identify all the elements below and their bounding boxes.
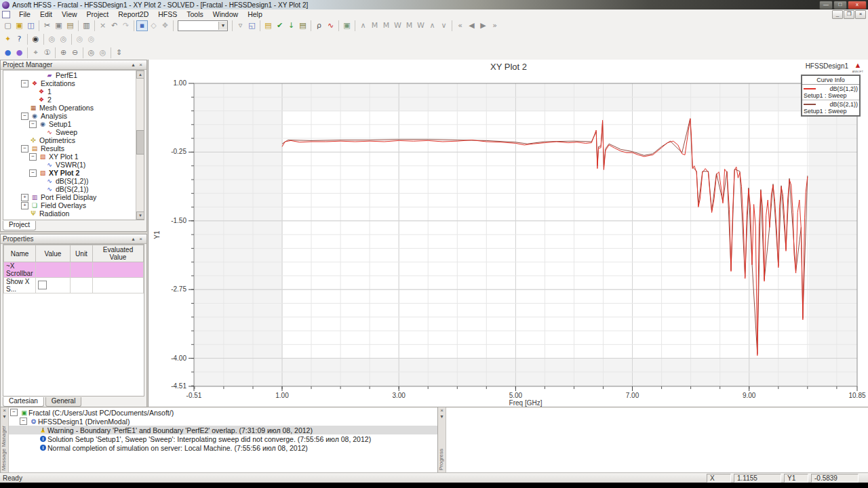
expand-node-icon[interactable]: +: [21, 202, 28, 209]
analyze-all-icon[interactable]: ✔: [274, 20, 285, 31]
collapse-node-icon[interactable]: −: [20, 418, 27, 425]
mdi-minimize-button[interactable]: _: [832, 10, 843, 19]
visibility-icon[interactable]: ◉: [30, 34, 41, 45]
prop-value[interactable]: [36, 262, 71, 278]
nav-last-icon[interactable]: »: [489, 20, 500, 31]
wave-6-icon[interactable]: W: [415, 20, 427, 31]
validate-icon[interactable]: ▤: [262, 20, 274, 31]
rotate-view-icon[interactable]: ⇕: [113, 47, 125, 58]
model-window-icon[interactable]: ◱: [246, 20, 258, 31]
close-panel-icon[interactable]: ×: [1, 407, 8, 413]
open-icon[interactable]: ▣: [14, 20, 25, 31]
tree-item-analysis[interactable]: −◉Analysis: [3, 112, 144, 120]
wave-7-icon[interactable]: ∧: [427, 20, 438, 31]
collapse-icon[interactable]: ▴: [130, 236, 137, 242]
show-all-icon[interactable]: ◎: [85, 34, 97, 45]
redo-icon[interactable]: ↷: [120, 20, 132, 31]
tree-item-xy-plot-1[interactable]: −▧XY Plot 1: [3, 152, 144, 161]
prop-value[interactable]: [36, 278, 71, 293]
collapse-node-icon[interactable]: −: [29, 121, 37, 128]
document-icon[interactable]: [2, 11, 10, 18]
nav-first-icon[interactable]: «: [454, 20, 466, 31]
message-item[interactable]: iNormal completion of simulation on serv…: [9, 443, 437, 452]
wave-8-icon[interactable]: ∨: [438, 20, 450, 31]
hide-all-icon[interactable]: ◎: [74, 34, 85, 45]
curve-info-legend[interactable]: Curve InfodB(S(1,2))Setup1 : SweepdB(S(2…: [801, 75, 861, 117]
collapse-node-icon[interactable]: −: [21, 113, 28, 120]
maximize-button[interactable]: □: [833, 1, 847, 9]
nav-prev-icon[interactable]: ◀: [466, 20, 477, 31]
tab-cartesian[interactable]: Cartesian: [3, 397, 44, 407]
wave-2-icon[interactable]: M: [369, 20, 380, 31]
collapse-icon[interactable]: ▴: [130, 62, 137, 68]
tree-item-1[interactable]: ❖1: [3, 87, 144, 96]
paste-icon[interactable]: ▤: [64, 20, 76, 31]
tree-item-excitations[interactable]: −❖Excitations: [3, 79, 144, 87]
hide-selection-icon[interactable]: ◎: [46, 34, 58, 45]
menu-window[interactable]: Window: [208, 10, 243, 18]
wave-1-icon[interactable]: ∧: [357, 20, 369, 31]
tree-item-field-overlays[interactable]: +❏Field Overlays: [3, 201, 144, 209]
menu-project[interactable]: Project: [82, 10, 114, 18]
mdi-restore-button[interactable]: ❐: [844, 10, 854, 19]
tree-item-results[interactable]: −▤Results: [3, 144, 144, 152]
nav-next-icon[interactable]: ▶: [477, 20, 489, 31]
chevron-down-icon[interactable]: ▼: [218, 22, 227, 30]
create-report-icon[interactable]: ∿: [325, 20, 336, 31]
scroll-down-icon[interactable]: ▼: [136, 211, 144, 220]
print-icon[interactable]: ▥: [81, 20, 92, 31]
submit-job-icon[interactable]: ↓: [285, 20, 297, 31]
show-selection-icon[interactable]: ◎: [58, 34, 69, 45]
wave-5-icon[interactable]: M: [403, 20, 415, 31]
show-x-scrollbar-checkbox[interactable]: [38, 281, 47, 289]
mdi-close-button[interactable]: ×: [855, 10, 866, 19]
tips-icon[interactable]: ✦: [2, 34, 14, 45]
close-panel-icon[interactable]: ×: [137, 236, 144, 242]
zoom-out-icon[interactable]: ⊖: [69, 47, 81, 58]
cut-icon[interactable]: ✂: [41, 20, 53, 31]
copy-icon[interactable]: ▣: [53, 20, 64, 31]
prop-row[interactable]: Show X S...: [4, 278, 144, 293]
new-icon[interactable]: ▢: [2, 20, 14, 31]
zoom-window-icon[interactable]: ◎: [85, 47, 97, 58]
pin-icon[interactable]: ▾: [438, 413, 446, 420]
context-help-icon[interactable]: ?: [14, 34, 25, 45]
select-object-icon[interactable]: ▪: [136, 20, 148, 31]
tree-item-xy-plot-2[interactable]: −▧XY Plot 2: [3, 169, 144, 177]
menu-file[interactable]: File: [14, 10, 35, 18]
pin-icon[interactable]: ▾: [1, 413, 8, 420]
message-design[interactable]: −❂HFSSDesign1 (DrivenModal): [9, 417, 437, 426]
render-solid-icon[interactable]: ●: [2, 47, 14, 58]
project-tree-scrollbar[interactable]: ▲ ▼: [136, 70, 144, 220]
menu-edit[interactable]: Edit: [35, 10, 57, 18]
collapse-node-icon[interactable]: −: [10, 409, 18, 416]
tree-item-optimetrics[interactable]: ✣Optimetrics: [3, 136, 144, 144]
toolbar-combobox[interactable]: ▼: [178, 20, 228, 31]
menu-help[interactable]: Help: [243, 10, 267, 18]
tree-item-radiation[interactable]: ΨRadiation: [3, 209, 144, 218]
tree-item-setup1[interactable]: −◉Setup1: [3, 120, 144, 128]
undo-icon[interactable]: ↶: [108, 20, 120, 31]
pan-icon[interactable]: ⌖: [30, 47, 41, 58]
tab-general[interactable]: General: [45, 397, 82, 407]
scroll-up-icon[interactable]: ▲: [136, 70, 144, 79]
close-panel-icon[interactable]: ×: [137, 62, 144, 68]
tree-item-db-s-1-2-[interactable]: ∿dB(S(1,2)): [3, 177, 144, 185]
collapse-node-icon[interactable]: −: [29, 169, 37, 177]
collapse-node-icon[interactable]: −: [21, 145, 28, 152]
menu-view[interactable]: View: [57, 10, 82, 18]
xy-plot-canvas[interactable]: -0.511.003.005.007.009.0010.851.00-0.25-…: [149, 60, 868, 407]
select-multi-icon[interactable]: ❖: [159, 20, 171, 31]
minimize-button[interactable]: —: [819, 1, 833, 9]
collapse-node-icon[interactable]: −: [29, 153, 37, 161]
message-item[interactable]: iSolution Setup 'Setup1', Sweep 'Sweep':…: [9, 434, 437, 443]
solution-data-icon[interactable]: ▤: [297, 20, 309, 31]
tree-item-port-field-display[interactable]: +▥Port Field Display: [3, 193, 144, 201]
zoom-in-icon[interactable]: ⊕: [58, 47, 69, 58]
menu-report2d[interactable]: Report2D: [113, 10, 153, 18]
wave-3-icon[interactable]: M: [380, 20, 392, 31]
tree-item-mesh-operations[interactable]: ▦Mesh Operations: [3, 104, 144, 112]
coordinate-system-icon[interactable]: ▿: [235, 20, 246, 31]
message-item[interactable]: ▲!Warning - Boundary 'PerfE1' and Bounda…: [9, 426, 437, 434]
close-button[interactable]: x: [848, 1, 867, 9]
